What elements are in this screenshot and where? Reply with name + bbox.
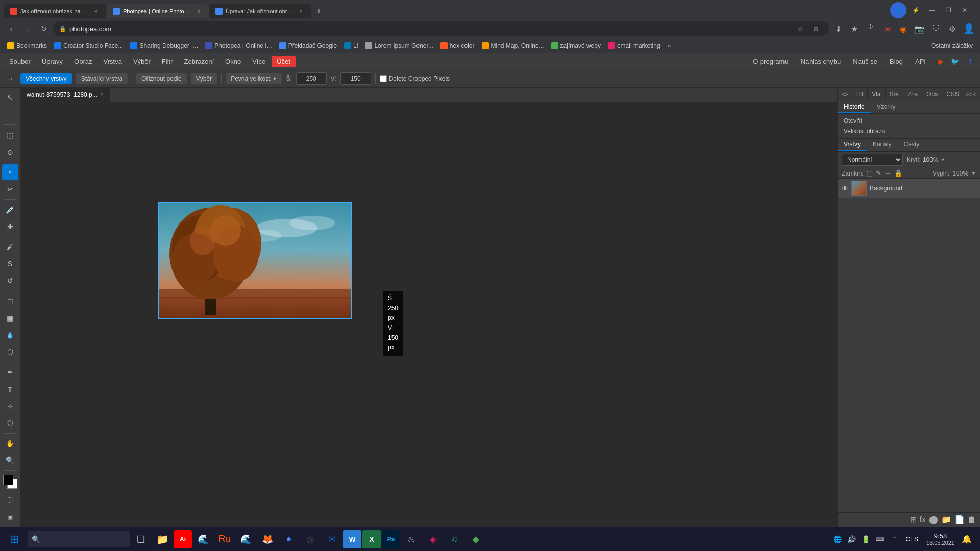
menu-vrstva[interactable]: Vrstva — [99, 56, 127, 67]
move-tool[interactable]: ↖ — [2, 90, 18, 106]
maximize-btn[interactable]: ❐ — [941, 3, 955, 17]
layer-visibility-icon[interactable]: 👁 — [842, 185, 848, 192]
menu-zobrazeni[interactable]: Zobrazení — [179, 56, 219, 67]
bookmarks-btn[interactable]: ★ — [847, 21, 862, 36]
minimize-btn[interactable]: — — [925, 3, 939, 17]
other-tabs-btn[interactable]: Ostatní záložky — [928, 41, 976, 51]
lock-position-icon[interactable]: ✎ — [876, 169, 881, 177]
menu-upravy[interactable]: Úpravy — [37, 56, 68, 67]
gmail-btn[interactable]: ✉ — [880, 21, 894, 36]
steam-icon[interactable]: ♨ — [401, 529, 422, 549]
layers-tab-vrstvy[interactable]: Vrstvy — [838, 139, 867, 151]
new-group-btn[interactable]: 📁 — [941, 515, 951, 524]
blur-tool[interactable]: 💧 — [2, 327, 18, 343]
notification-btn[interactable]: 🔔 — [960, 532, 974, 546]
info-zna-label[interactable]: Zna — [903, 90, 923, 99]
width-input[interactable] — [296, 72, 327, 85]
vyber-btn[interactable]: Výběr — [191, 73, 217, 84]
chrome-icon[interactable]: ● — [279, 529, 299, 549]
slice-tool[interactable]: ✂ — [2, 181, 18, 197]
layers-tab-cesty[interactable]: Cesty — [898, 139, 926, 151]
info-css-label[interactable]: CSS — [942, 90, 962, 99]
menu-o-programu[interactable]: O programu — [749, 56, 792, 67]
layer-mask-btn[interactable]: ⬤ — [929, 515, 938, 524]
height-input[interactable] — [340, 72, 371, 85]
bookmark-star-btn[interactable]: ☆ — [793, 21, 807, 36]
rupo-icon[interactable]: Ru — [214, 529, 235, 549]
spotify-icon[interactable]: ♫ — [444, 529, 464, 549]
twitter-icon[interactable]: 🐦 — [949, 56, 961, 67]
bookmark-email-marketing[interactable]: email marketing — [605, 41, 664, 51]
history-item-otevrit[interactable]: Otevřít — [838, 116, 980, 126]
anchor-tool[interactable]: ⊹ — [2, 398, 18, 414]
hand-tool[interactable]: ✋ — [2, 436, 18, 452]
canvas-tab-active[interactable]: walnut-3759573_1280.p... × — [20, 88, 110, 102]
word-icon[interactable]: W — [343, 530, 361, 548]
language-indicator[interactable]: CES — [902, 535, 921, 544]
excel-icon[interactable]: X — [362, 530, 381, 548]
new-tab-button[interactable]: + — [312, 4, 326, 18]
pen-tool[interactable]: ✒ — [2, 364, 18, 380]
adobe-icon-1[interactable]: Ai — [174, 530, 192, 548]
layer-effects-btn[interactable]: fx — [920, 515, 926, 524]
adobe-icon-2[interactable]: 🌊 — [193, 529, 213, 549]
tab-3[interactable]: Úprava: Jak oříznout obrázek na... × — [209, 4, 311, 18]
blend-mode-select[interactable]: Normální — [842, 154, 903, 166]
zoom-tool[interactable]: 🔍 — [2, 453, 18, 468]
menu-blog[interactable]: Blog — [886, 56, 907, 67]
bookmark-sharing-debugger[interactable]: Sharing Debugger -... — [127, 41, 201, 51]
start-button[interactable]: ⊞ — [2, 527, 27, 552]
menu-vyber[interactable]: Výběr — [128, 56, 156, 67]
volume-icon[interactable]: 🔊 — [845, 533, 857, 545]
notifications-chevron[interactable]: ⌃ — [888, 533, 900, 545]
file-explorer-btn[interactable]: 📁 — [152, 529, 173, 549]
cortana-icon[interactable]: ◎ — [300, 529, 321, 549]
fill-dropdown-arrow[interactable]: ▼ — [971, 171, 976, 176]
downloads-btn[interactable]: ⬇ — [831, 21, 845, 36]
history-brush-tool[interactable]: ↺ — [2, 273, 18, 289]
taskbar-search[interactable]: 🔍 — [28, 531, 130, 547]
samples-tab[interactable]: Vzorky — [871, 101, 902, 113]
history-tab[interactable]: Historie — [838, 101, 871, 113]
settings-btn[interactable]: ⚙ — [945, 21, 960, 36]
current-layer-btn[interactable]: Stávající vrstva — [76, 73, 128, 84]
foreground-color-swatch[interactable] — [3, 475, 13, 485]
screen-mode-btn[interactable]: ▣ — [2, 509, 18, 524]
bookmark-hex-color[interactable]: hex color — [437, 41, 478, 51]
text-tool[interactable]: T — [2, 381, 18, 397]
back-btn[interactable]: ‹ — [4, 21, 18, 36]
menu-okno[interactable]: Okno — [220, 56, 246, 67]
bookmark-mindmap[interactable]: Mind Map, Online... — [479, 41, 547, 51]
bookmark-photopea[interactable]: Photopea | Online I... — [202, 41, 275, 51]
new-layer-btn[interactable]: 📄 — [954, 515, 965, 524]
fixed-size-dropdown[interactable]: Pevná velikost ▼ — [226, 73, 282, 84]
brush-tool[interactable]: 🖌 — [2, 239, 18, 255]
task-view-btn[interactable]: ❑ — [131, 529, 151, 549]
menu-obraz[interactable]: Obraz — [69, 56, 97, 67]
info-ste-label[interactable]: Ště — [886, 90, 903, 99]
edge-icon[interactable]: 🌊 — [236, 529, 256, 549]
extensions-btn[interactable]: ⚡ — [909, 3, 923, 17]
layers-tab-kanaly[interactable]: Kanály — [867, 139, 898, 151]
layer-item-background[interactable]: 👁 Background — [838, 179, 980, 198]
delete-pixels-checkbox[interactable] — [380, 75, 387, 82]
menu-filtr[interactable]: Filtr — [157, 56, 178, 67]
app-icon-14[interactable]: ◈ — [423, 529, 443, 549]
photoshop-icon[interactable]: Ps — [382, 530, 400, 548]
shape-tool[interactable]: ⬠ — [2, 415, 18, 431]
tab-2[interactable]: Photopea | Online Photo Editor × — [107, 4, 209, 18]
quick-mask-btn[interactable]: ⬚ — [2, 492, 18, 508]
crop-tool[interactable]: ⌖ — [2, 164, 18, 180]
close-window-btn[interactable]: ✕ — [958, 3, 972, 17]
tab-1[interactable]: Jak oříznout obrázek na požado... × — [4, 4, 106, 18]
facebook-icon[interactable]: f — [965, 56, 976, 67]
delete-layer-btn[interactable]: 🗑 — [968, 515, 976, 524]
lock-pixels-icon[interactable]: ⬚ — [867, 169, 873, 177]
keyboard-icon[interactable]: ⌨ — [874, 533, 886, 545]
menu-api[interactable]: API — [911, 56, 930, 67]
select-lasso-tool[interactable]: ⊙ — [2, 144, 18, 160]
menu-soubor[interactable]: Soubor — [4, 56, 36, 67]
bookmark-creator-studio[interactable]: Creator Studio Face... — [51, 41, 126, 51]
camera-btn[interactable]: 📷 — [913, 21, 927, 36]
address-bar[interactable]: 🔒 photopea.com ☆ ⊕ — [53, 21, 829, 36]
